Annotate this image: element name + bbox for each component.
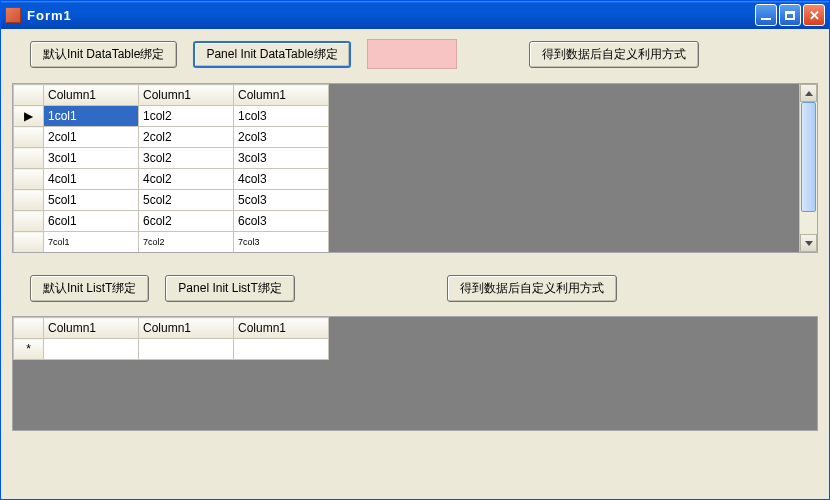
datagrid-top-header: Column1 Column1 Column1 <box>14 85 329 106</box>
column-header[interactable]: Column1 <box>234 85 329 106</box>
cell[interactable]: 7col1 <box>44 232 139 253</box>
cell[interactable]: 2col1 <box>44 127 139 148</box>
pink-panel <box>367 39 457 69</box>
datagrid-bottom-table[interactable]: Column1 Column1 Column1 * <box>13 317 329 360</box>
table-row[interactable]: 7col1 7col2 7col3 <box>14 232 329 253</box>
client-area: 默认Init DataTable绑定 Panel Init DataTable绑… <box>4 29 826 496</box>
minimize-icon <box>761 18 771 20</box>
cell[interactable]: 2col2 <box>139 127 234 148</box>
cell[interactable]: 6col3 <box>234 211 329 232</box>
table-row[interactable]: ▶ 1col1 1col2 1col3 <box>14 106 329 127</box>
row-header[interactable] <box>14 127 44 148</box>
row-header[interactable] <box>14 148 44 169</box>
chevron-up-icon <box>805 91 813 96</box>
datagrid-top-body[interactable]: Column1 Column1 Column1 ▶ 1col1 1col2 1c… <box>13 84 799 252</box>
cell[interactable]: 1col2 <box>139 106 234 127</box>
custom-use-bottom-button[interactable]: 得到数据后自定义利用方式 <box>447 275 617 302</box>
cell[interactable]: 6col1 <box>44 211 139 232</box>
app-icon <box>5 7 21 23</box>
cell[interactable]: 5col1 <box>44 190 139 211</box>
scroll-up-button[interactable] <box>800 84 817 102</box>
cell[interactable]: 4col1 <box>44 169 139 190</box>
panel-init-listt-button[interactable]: Panel Init ListT绑定 <box>165 275 294 302</box>
maximize-icon <box>785 11 795 20</box>
datagrid-top-table[interactable]: Column1 Column1 Column1 ▶ 1col1 1col2 1c… <box>13 84 329 252</box>
row-header-corner[interactable] <box>14 85 44 106</box>
row-header[interactable] <box>14 232 44 253</box>
row-header[interactable] <box>14 169 44 190</box>
row-header-newrow[interactable]: * <box>14 339 44 360</box>
default-init-listt-button[interactable]: 默认Init ListT绑定 <box>30 275 149 302</box>
cell[interactable]: 7col2 <box>139 232 234 253</box>
title-bar[interactable]: Form1 ✕ <box>1 1 829 29</box>
table-row[interactable]: 6col1 6col2 6col3 <box>14 211 329 232</box>
row-header[interactable]: ▶ <box>14 106 44 127</box>
cell[interactable]: 3col2 <box>139 148 234 169</box>
cell[interactable]: 5col2 <box>139 190 234 211</box>
close-button[interactable]: ✕ <box>803 4 825 26</box>
panel-init-datatable-button[interactable]: Panel Init DataTable绑定 <box>193 41 350 68</box>
cell[interactable] <box>44 339 139 360</box>
column-header[interactable]: Column1 <box>139 318 234 339</box>
cell[interactable]: 6col2 <box>139 211 234 232</box>
top-button-row: 默认Init DataTable绑定 Panel Init DataTable绑… <box>4 29 826 77</box>
chevron-down-icon <box>805 241 813 246</box>
table-row[interactable]: 3col1 3col2 3col3 <box>14 148 329 169</box>
table-row[interactable]: 5col1 5col2 5col3 <box>14 190 329 211</box>
column-header[interactable]: Column1 <box>234 318 329 339</box>
cell[interactable]: 2col3 <box>234 127 329 148</box>
maximize-button[interactable] <box>779 4 801 26</box>
custom-use-top-button[interactable]: 得到数据后自定义利用方式 <box>529 41 699 68</box>
default-init-datatable-button[interactable]: 默认Init DataTable绑定 <box>30 41 177 68</box>
column-header[interactable]: Column1 <box>139 85 234 106</box>
scroll-thumb[interactable] <box>801 102 816 212</box>
cell[interactable]: 4col2 <box>139 169 234 190</box>
table-row[interactable]: 4col1 4col2 4col3 <box>14 169 329 190</box>
cell[interactable]: 3col3 <box>234 148 329 169</box>
minimize-button[interactable] <box>755 4 777 26</box>
row-header[interactable] <box>14 190 44 211</box>
scroll-down-button[interactable] <box>800 234 817 252</box>
cell[interactable]: 5col3 <box>234 190 329 211</box>
column-header[interactable]: Column1 <box>44 318 139 339</box>
table-row[interactable]: 2col1 2col2 2col3 <box>14 127 329 148</box>
window-title: Form1 <box>27 8 755 23</box>
cell[interactable]: 1col3 <box>234 106 329 127</box>
cell[interactable] <box>234 339 329 360</box>
row-header-corner[interactable] <box>14 318 44 339</box>
table-row[interactable]: * <box>14 339 329 360</box>
cell[interactable]: 1col1 <box>44 106 139 127</box>
datagrid-top[interactable]: Column1 Column1 Column1 ▶ 1col1 1col2 1c… <box>12 83 818 253</box>
scroll-track[interactable] <box>800 102 817 234</box>
cell[interactable]: 7col3 <box>234 232 329 253</box>
cell[interactable]: 3col1 <box>44 148 139 169</box>
app-window: Form1 ✕ 默认Init DataTable绑定 Panel Init Da… <box>0 0 830 500</box>
datagrid-bottom-header: Column1 Column1 Column1 <box>14 318 329 339</box>
cell[interactable]: 4col3 <box>234 169 329 190</box>
close-icon: ✕ <box>809 8 820 23</box>
column-header[interactable]: Column1 <box>44 85 139 106</box>
datagrid-bottom[interactable]: Column1 Column1 Column1 * <box>12 316 818 431</box>
cell[interactable] <box>139 339 234 360</box>
datagrid-top-vscroll[interactable] <box>799 84 817 252</box>
bottom-button-row: 默认Init ListT绑定 Panel Init ListT绑定 得到数据后自… <box>4 253 826 310</box>
datagrid-bottom-body[interactable]: Column1 Column1 Column1 * <box>13 317 817 430</box>
row-header[interactable] <box>14 211 44 232</box>
